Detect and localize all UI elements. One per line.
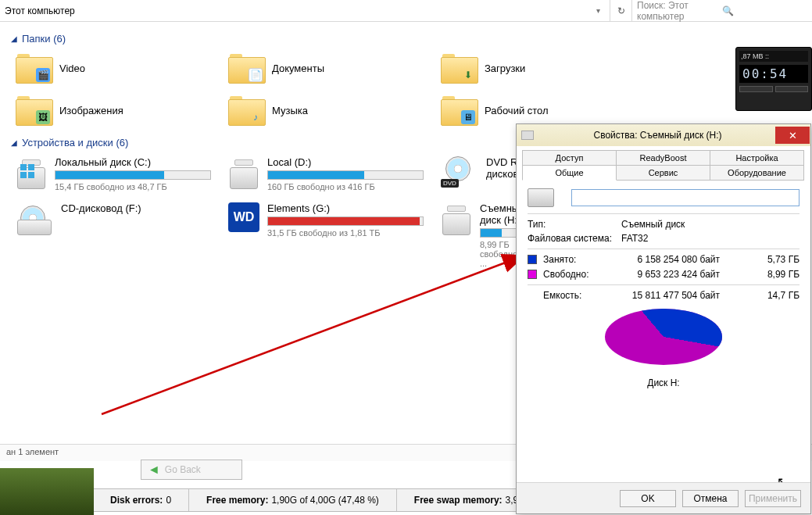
- desktop-gadget[interactable]: ,87 MB :: 00:54: [735, 47, 812, 111]
- properties-dialog: Свойства: Съемный диск (H:) ✕ Доступ Rea…: [516, 123, 811, 514]
- search-input[interactable]: Поиск: Этот компьютер 🔍: [632, 0, 812, 21]
- address-path: Этот компьютер: [5, 5, 75, 16]
- free-color-icon: [528, 270, 537, 279]
- folder-music[interactable]: ♪ Музыка: [228, 95, 424, 126]
- tab-service[interactable]: Сервис: [616, 165, 710, 181]
- drive-icon: [528, 188, 554, 207]
- chevron-down-icon[interactable]: ▾: [592, 6, 605, 15]
- folder-documents[interactable]: 📄 Документы: [228, 52, 424, 84]
- go-back-button[interactable]: ◄ Go Back: [141, 460, 242, 480]
- ok-button[interactable]: OK: [620, 490, 676, 507]
- svg-rect-1: [28, 164, 34, 170]
- tab-readyboost[interactable]: ReadyBoost: [616, 150, 710, 166]
- svg-rect-3: [28, 172, 34, 178]
- tab-access[interactable]: Доступ: [522, 150, 617, 166]
- tab-hardware[interactable]: Оборудование: [710, 165, 804, 181]
- drive-c[interactable]: Локальный диск (C:) 15,4 ГБ свободно из …: [16, 156, 211, 191]
- tab-strip: Доступ ReadyBoost Настройка Общие Сервис…: [517, 146, 810, 181]
- drive-d[interactable]: Local (D:) 160 ГБ свободно из 416 ГБ: [228, 156, 424, 191]
- clock-display: 00:54: [739, 65, 808, 83]
- folder-downloads[interactable]: ⬇ Загрузки: [441, 52, 636, 84]
- dialog-titlebar[interactable]: Свойства: Съемный диск (H:) ✕: [517, 124, 810, 146]
- refresh-button[interactable]: ↻: [610, 0, 632, 21]
- folder-pictures[interactable]: 🖼 Изображения: [16, 95, 211, 126]
- drive-g[interactable]: WD Elements (G:) 31,5 ГБ свободно из 1,8…: [228, 202, 424, 268]
- apply-button[interactable]: Применить: [745, 490, 801, 507]
- collapse-icon: ◢: [11, 138, 17, 147]
- wd-logo-icon: WD: [228, 202, 259, 232]
- svg-rect-0: [20, 164, 27, 170]
- folder-desktop[interactable]: 🖥 Рабочий стол: [441, 95, 636, 126]
- cancel-button[interactable]: Отмена: [682, 490, 739, 507]
- address-bar[interactable]: Этот компьютер ▾: [0, 0, 610, 21]
- system-info-strip: Disk errors:0 Free memory:1,90G of 4,00G…: [92, 488, 549, 512]
- tab-settings[interactable]: Настройка: [710, 150, 804, 166]
- drive-label-input[interactable]: [571, 189, 799, 206]
- folder-video[interactable]: 🎬 Video: [16, 52, 211, 84]
- collapse-icon: ◢: [11, 34, 17, 43]
- windows-icon: [20, 164, 36, 180]
- search-icon: 🔍: [722, 5, 807, 16]
- drive-icon: [521, 131, 534, 140]
- usage-pie-chart: [605, 309, 722, 365]
- close-button[interactable]: ✕: [775, 127, 810, 144]
- search-placeholder: Поиск: Этот компьютер: [637, 0, 722, 22]
- desktop-wallpaper: [0, 468, 94, 515]
- group-header-folders[interactable]: ◢ Папки (6): [11, 33, 801, 45]
- svg-rect-2: [20, 172, 27, 178]
- tab-general[interactable]: Общие: [522, 165, 617, 181]
- used-color-icon: [528, 255, 537, 264]
- arrow-left-icon: ◄: [148, 463, 160, 477]
- drive-cd[interactable]: CD-дисковод (F:): [16, 202, 211, 268]
